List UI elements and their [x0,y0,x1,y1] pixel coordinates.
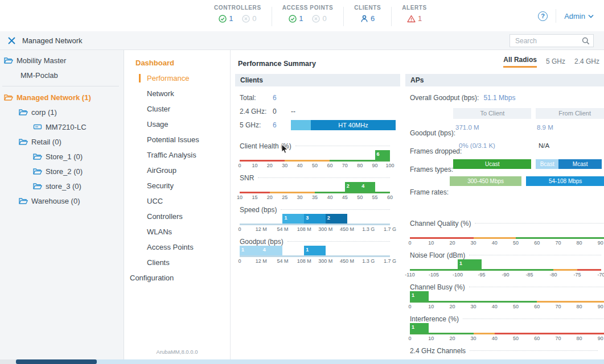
axis-tick-label: 35 [312,195,318,200]
axis-tick-label: 80 [577,304,582,309]
overall-goodput-row: Overall Goodput (bps): 51.1 Mbps [410,91,604,105]
tree-item-corp[interactable]: corp (1) [0,105,124,119]
close-icon[interactable] [7,36,16,45]
nav-item-usage[interactable]: Usage [124,117,230,132]
histogram-bar[interactable]: 2 [326,214,347,224]
histogram-bar[interactable]: 2 [345,182,360,192]
search-input[interactable] [510,37,582,45]
tree-item-label: corp (1) [31,108,57,117]
histogram-bar[interactable]: 3 [304,214,326,224]
tree-item-mobility-master[interactable]: Mobility Master [0,53,124,68]
dotted-leader [287,241,390,242]
axis-tick-label: -110 [405,272,414,278]
tree-item-store-1[interactable]: Store_1 (0) [0,149,124,164]
tree-item-store-3[interactable]: store_3 (0) [0,179,124,193]
nav-item-ucc[interactable]: UCC [124,193,230,209]
nav-item-performance[interactable]: Performance [124,71,230,86]
histogram-bar[interactable]: 1 [304,246,326,255]
scrollbar-thumb[interactable] [16,359,97,364]
histogram-bar[interactable]: 1 [458,259,482,269]
histogram-bar[interactable]: 1 [282,214,304,224]
histogram-bar[interactable]: 4 [261,246,283,255]
stat-clients[interactable]: CLIENTS 6 [344,5,391,23]
axis-tick-label: 30 [471,304,476,309]
axis-tick-label: 30 [471,240,476,246]
nav-item-airgroup[interactable]: AirGroup [124,163,230,178]
tree-item-mm7210-lc[interactable]: MM7210-LC [0,119,124,134]
axis-tick-label: 0 [238,258,241,264]
horizontal-scrollbar[interactable] [0,359,604,364]
nav-item-traffic-analysis[interactable]: Traffic Analysis [124,147,230,163]
axis-tick-label: 0 [238,226,241,232]
controller-device-icon [33,123,42,130]
axis-tick-label: 40 [492,336,498,341]
axis-tick-label: 40 [492,304,498,309]
tab-5ghz[interactable]: 5 GHz [546,57,565,68]
nav-item-wlans[interactable]: WLANs [124,224,230,239]
axis-tick-label: 100 [385,163,394,168]
stat-controllers[interactable]: CONTROLLERS 1 0 [204,5,272,23]
histogram-bar[interactable]: 1 [240,246,261,255]
frames-dropped-label: Frames dropped: [410,141,459,155]
aps-panel: APs Overall Goodput (bps): 51.1 Mbps To … [405,74,604,359]
network-tree-panel: Mobility Master MM-Poclab Managed Networ… [0,50,124,359]
axis-tick-label: 90 [372,163,378,168]
stat-alerts[interactable]: ALERTS 1 [392,5,437,23]
nav-item-potential-issues[interactable]: Potential Issues [124,132,230,147]
chart-title: SNR [240,174,254,182]
axis-tick-label: 50 [312,163,318,168]
col-header-from-client: From Client [536,108,604,119]
rates-from-client-bar[interactable]: 54-108 Mbps [526,176,604,186]
tree-item-mm-poclab[interactable]: MM-Poclab [0,68,124,82]
scrollbar-corner [0,359,16,364]
axis-tick-label: 60 [534,336,540,341]
clients-total-row: Total: 6 [240,91,396,105]
tree-item-managed-network[interactable]: Managed Network (1) [0,90,124,105]
axis-tick-label: 0 [408,304,411,309]
axis-tick-label: 80 [357,163,363,168]
axis-tick-label: 70 [555,336,561,341]
nav-item-network[interactable]: Network [124,86,230,101]
axis-tick-label: 0 [408,240,411,246]
histogram-bar[interactable]: 1 [410,291,429,301]
tree-item-retail[interactable]: Retail (0) [0,134,124,149]
axis-tick-label: 70 [555,304,561,309]
aps-up-count: 1 [299,14,303,23]
nav-item-dashboard[interactable]: Dashboard [124,55,230,71]
nav-item-access-points[interactable]: Access Points [124,239,230,255]
axis-tick-label: 0 [408,336,411,341]
nav-item-configuration[interactable]: Configuration [124,270,230,286]
axis-tick-label: 20 [449,240,455,246]
tree-item-store-2[interactable]: Store_2 (0) [0,164,124,179]
aps-panel-title: APs [405,74,604,86]
goodput-row: Goodput (bps): 371.0 M 8.9 M [410,123,604,137]
admin-menu[interactable]: Admin [564,12,594,20]
tree-item-label: Managed Network (1) [17,93,91,102]
nav-item-cluster[interactable]: Cluster [124,101,230,117]
stat-access-points[interactable]: ACCESS POINTS 1 0 [272,5,343,23]
axis-tick-label: 1.7 G [384,258,396,264]
help-button[interactable]: ? [538,11,548,21]
ucast-bar[interactable]: Ucast [453,159,531,169]
search-icon[interactable] [582,37,590,45]
band-24-empty: -- [291,107,309,115]
mcast-bar[interactable]: Mcast [558,159,602,169]
frames-dropped-row: Frames dropped: 0% (0/3.1 K) N/A [410,141,604,155]
histogram-bar[interactable]: 1 [410,323,429,333]
tab-all-radios[interactable]: All Radios [503,56,537,68]
histogram-bar[interactable]: 4 [360,182,375,192]
bcast-bar[interactable]: Bcast [536,159,558,169]
nav-item-controllers[interactable]: Controllers [124,209,230,224]
circle-x-icon [242,15,250,23]
nav-item-clients[interactable]: Clients [124,255,230,270]
histogram-bar[interactable]: 6 [375,150,390,160]
alerts-count: 1 [407,14,422,23]
rates-to-client-bar[interactable]: 300-450 Mbps [450,176,521,186]
axis-tick-label: 0 [238,163,241,168]
tab-24ghz[interactable]: 2.4 GHz [574,57,599,68]
nav-item-security[interactable]: Security [124,178,230,193]
axis-tick-label: 50 [513,304,519,309]
ht-mode-bar[interactable]: HT 40MHz [291,120,396,130]
tree-item-label: Warehouse (0) [31,197,80,205]
tree-item-warehouse[interactable]: Warehouse (0) [0,193,124,208]
